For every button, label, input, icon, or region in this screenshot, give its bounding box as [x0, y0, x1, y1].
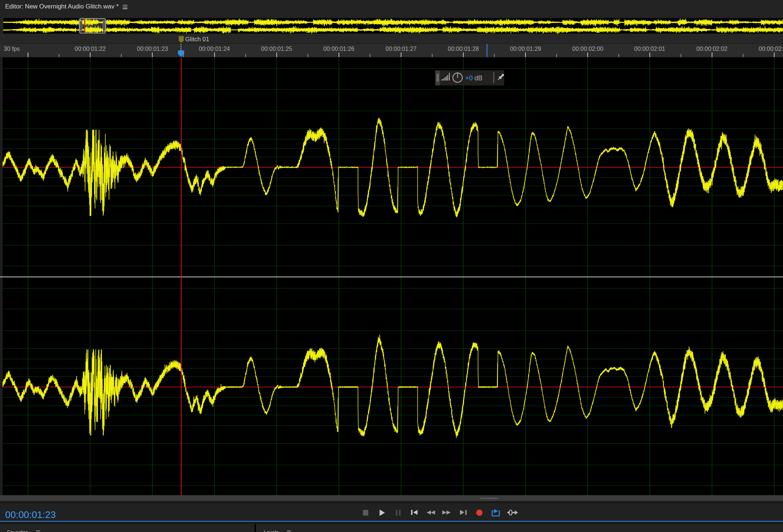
- svg-text:+0: +0: [465, 74, 473, 82]
- svg-text:dB: dB: [474, 74, 482, 82]
